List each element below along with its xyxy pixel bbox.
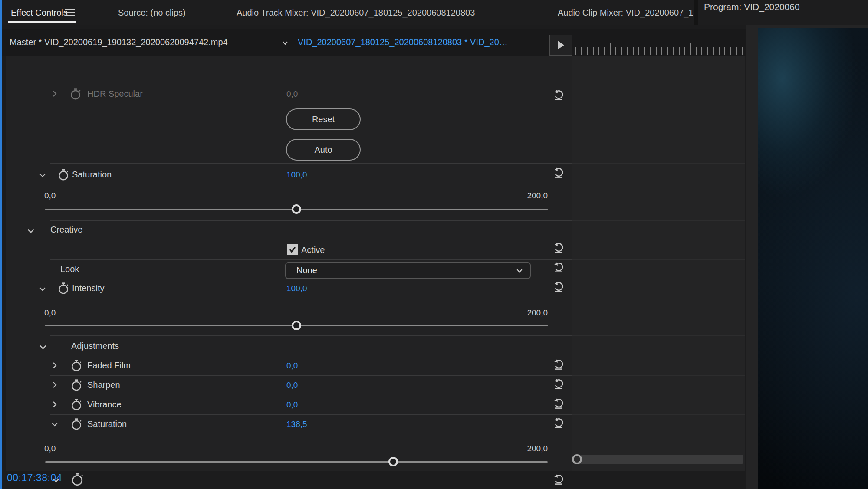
expand-chevron-right-icon[interactable]	[51, 401, 58, 408]
reset-parameter-icon[interactable]	[552, 241, 565, 254]
intensity-slider-handle[interactable]	[292, 321, 301, 330]
ruler-minor-tick	[673, 47, 674, 55]
ruler-minor-tick	[644, 47, 645, 55]
panel-menu-icon[interactable]	[65, 9, 75, 16]
param-saturation-adjust-label: Saturation	[87, 419, 127, 429]
ruler-minor-tick	[604, 47, 605, 55]
reset-parameter-icon[interactable]	[552, 166, 565, 179]
row-separator	[572, 86, 745, 86]
saturation_adjust-slider-handle[interactable]	[388, 457, 398, 466]
section-collapse-chevron-icon[interactable]	[39, 343, 47, 351]
row-separator	[50, 220, 576, 221]
ruler-minor-tick	[656, 47, 657, 55]
param-sharpen-value[interactable]: 0,0	[286, 381, 298, 390]
reset-parameter-icon[interactable]	[552, 397, 565, 410]
slider-min-label: 0,0	[44, 444, 56, 453]
timeline-scrollbar[interactable]	[574, 455, 743, 464]
saturation-slider-handle[interactable]	[292, 204, 301, 214]
slider-max-label: 200,0	[517, 444, 548, 453]
row-separator	[572, 375, 745, 376]
ruler-minor-tick	[724, 47, 725, 55]
stopwatch-icon[interactable]	[69, 358, 83, 372]
tab-audio-track-mixer[interactable]: Audio Track Mixer: VID_20200607_180125_2…	[237, 0, 475, 25]
reset-parameter-icon[interactable]	[552, 89, 565, 102]
ruler-minor-tick	[684, 47, 685, 55]
program-video-frame[interactable]	[758, 28, 868, 489]
param-sharpen-label: Sharpen	[87, 380, 120, 390]
ruler-major-tick	[690, 43, 691, 55]
row-separator	[50, 414, 576, 415]
active-checkbox[interactable]	[287, 244, 298, 255]
effect-controls-panel: Master * VID_20200619_190132_20200620094…	[2, 25, 746, 489]
stopwatch-icon[interactable]	[69, 417, 83, 431]
panel-divider	[694, 0, 698, 25]
reset-parameter-icon[interactable]	[552, 473, 565, 486]
ruler-minor-tick	[650, 47, 651, 55]
tab-audio-clip-mixer[interactable]: Audio Clip Mixer: VID_20200607_180125	[558, 0, 694, 25]
row-separator	[572, 240, 745, 240]
ruler-minor-tick	[736, 47, 737, 55]
param-saturation-adjust-value[interactable]: 138,5	[286, 420, 307, 429]
param-intensity-value[interactable]: 100,0	[286, 284, 307, 293]
row-separator	[50, 259, 576, 260]
saturation_adjust-slider-track[interactable]	[45, 461, 548, 463]
expand-chevron-right-icon[interactable]	[51, 90, 58, 97]
row-separator	[50, 395, 576, 395]
collapse-chevron-down-icon[interactable]	[39, 172, 46, 179]
param-faded-film-value[interactable]: 0,0	[286, 361, 298, 371]
stopwatch-icon[interactable]	[56, 281, 70, 295]
row-separator	[50, 356, 576, 356]
ruler-minor-tick	[667, 47, 668, 55]
row-separator	[572, 105, 745, 105]
expand-chevron-right-icon[interactable]	[51, 381, 58, 388]
stopwatch-icon[interactable]	[56, 167, 70, 181]
param-hdr-specular-value[interactable]: 0,0	[286, 89, 298, 99]
ruler-major-tick	[610, 43, 611, 55]
ruler-minor-tick	[593, 47, 594, 55]
tab-master-clip[interactable]: Master * VID_20200619_190132_20200620094…	[10, 29, 228, 56]
expand-chevron-right-icon[interactable]	[51, 362, 58, 369]
tab-sequence-clip-active[interactable]: VID_20200607_180125_20200608120803 * VID…	[298, 29, 508, 56]
ruler-minor-tick	[627, 47, 628, 55]
current-timecode[interactable]: 00:17:38:04	[7, 472, 62, 484]
stopwatch-icon[interactable]	[69, 378, 83, 392]
param-saturation-label: Saturation	[72, 170, 112, 180]
tab-program-monitor[interactable]: Program: VID_2020060	[704, 2, 800, 12]
collapse-chevron-down-icon[interactable]	[39, 286, 46, 292]
stopwatch-icon[interactable]	[69, 87, 82, 101]
ruler-minor-tick	[615, 47, 616, 55]
row-separator	[50, 240, 576, 240]
ruler-minor-tick	[633, 47, 634, 55]
param-look-label: Look	[60, 264, 79, 274]
reset-parameter-icon[interactable]	[552, 358, 565, 371]
timeline-scrollbar-handle[interactable]	[572, 454, 582, 464]
row-separator	[572, 356, 745, 356]
reset-parameter-icon[interactable]	[552, 280, 565, 293]
row-separator	[572, 279, 745, 279]
check-icon	[288, 245, 297, 254]
ruler-minor-tick	[707, 47, 708, 55]
reset-parameter-icon[interactable]	[552, 417, 565, 430]
tab-source[interactable]: Source: (no clips)	[118, 0, 186, 25]
play-only-audio-button[interactable]	[549, 35, 572, 56]
auto-button[interactable]: Auto	[286, 139, 361, 161]
section-collapse-chevron-icon[interactable]	[27, 227, 35, 235]
param-intensity-label: Intensity	[72, 283, 104, 293]
tab-effect-controls-label: Effect Controls	[11, 8, 68, 18]
look-dropdown[interactable]: None	[285, 262, 531, 279]
stopwatch-icon[interactable]	[69, 397, 83, 411]
param-vibrance-value[interactable]: 0,0	[286, 400, 298, 410]
reset-parameter-icon[interactable]	[552, 377, 565, 391]
stopwatch-icon[interactable]	[69, 471, 85, 487]
chevron-down-icon[interactable]	[281, 39, 289, 47]
collapse-chevron-down-icon[interactable]	[51, 421, 58, 428]
reset-parameter-icon[interactable]	[552, 261, 565, 274]
reset-button[interactable]: Reset	[286, 108, 361, 130]
param-saturation-value[interactable]: 100,0	[286, 170, 307, 180]
param-faded-film-label: Faded Film	[87, 361, 131, 371]
row-separator	[50, 86, 576, 86]
program-monitor-header: Program: VID_2020060	[698, 0, 868, 25]
row-separator	[572, 335, 745, 336]
param-hdr-specular-label: HDR Specular	[87, 89, 143, 99]
timeline-ruler[interactable]	[572, 30, 746, 56]
